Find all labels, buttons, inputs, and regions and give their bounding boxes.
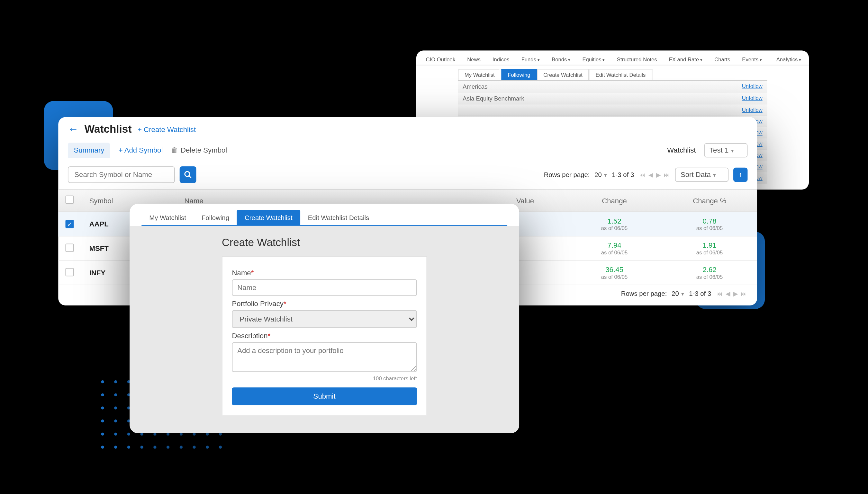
pager: ⏮ ◀ ▶ ⏭ bbox=[639, 171, 670, 178]
row-checkbox[interactable] bbox=[66, 244, 74, 252]
following-name: Americas bbox=[463, 83, 487, 90]
nav-item-events[interactable]: Events▾ bbox=[738, 54, 767, 64]
create-form-heading: Create Watchlist bbox=[130, 236, 519, 256]
delete-symbol-button[interactable]: 🗑 Delete Symbol bbox=[171, 146, 227, 154]
col-change-: Change % bbox=[662, 189, 757, 212]
unfollow-link[interactable]: Unfollow bbox=[742, 107, 762, 113]
unfollow-link[interactable]: Unfollow bbox=[742, 95, 762, 101]
change-cell: 36.45as of 06/05 bbox=[567, 261, 662, 285]
pager-next-icon[interactable]: ▶ bbox=[656, 172, 661, 178]
change-cell: 7.94as of 06/05 bbox=[567, 236, 662, 261]
row-checkbox[interactable] bbox=[66, 268, 74, 276]
following-row: AmericasUnfollow bbox=[458, 81, 767, 93]
sort-direction-button[interactable]: ↑ bbox=[733, 168, 747, 182]
changepct-cell: 0.78as of 06/05 bbox=[662, 212, 757, 236]
following-subtabs: My WatchlistFollowingCreate WatchlistEdi… bbox=[416, 65, 809, 80]
pager-prev-icon[interactable]: ◀ bbox=[648, 172, 653, 178]
changepct-cell: 2.62as of 06/05 bbox=[662, 261, 757, 285]
name-label: Name* bbox=[232, 268, 417, 277]
header-checkbox[interactable] bbox=[66, 196, 74, 204]
nav-item-cio-outlook[interactable]: CIO Outlook bbox=[421, 54, 460, 64]
back-arrow-icon[interactable]: ← bbox=[68, 123, 78, 136]
pager-last-icon[interactable]: ⏭ bbox=[664, 172, 670, 178]
trash-icon: 🗑 bbox=[171, 146, 178, 154]
create-tab-edit-watchlist-details[interactable]: Edit Watchlist Details bbox=[300, 210, 377, 225]
nav-item-equities[interactable]: Equities▾ bbox=[578, 54, 610, 64]
nav-item-fx-and-rate[interactable]: FX and Rate▾ bbox=[664, 54, 707, 64]
rows-per-page-label-bottom: Rows per page: bbox=[621, 290, 667, 297]
nav-item-analytics[interactable]: Analytics▾ bbox=[772, 54, 806, 64]
nav-item-structured-notes[interactable]: Structured Notes bbox=[612, 54, 662, 64]
changepct-cell: 1.91as of 06/05 bbox=[662, 236, 757, 261]
nav-item-bonds[interactable]: Bonds▾ bbox=[547, 54, 575, 64]
submit-button[interactable]: Submit bbox=[232, 387, 417, 405]
pager-bottom: ⏮ ◀ ▶ ⏭ bbox=[716, 290, 747, 297]
rows-per-page-select-bottom[interactable]: 20 bbox=[672, 290, 684, 297]
col-change: Change bbox=[567, 189, 662, 212]
create-watchlist-link[interactable]: + Create Watchlist bbox=[138, 125, 196, 133]
create-tab-create-watchlist[interactable]: Create Watchlist bbox=[237, 210, 300, 225]
privacy-label: Portfolio Privacy* bbox=[232, 299, 417, 308]
create-tab-following[interactable]: Following bbox=[194, 210, 237, 225]
pager-first-icon[interactable]: ⏮ bbox=[717, 291, 723, 297]
pager-first-icon[interactable]: ⏮ bbox=[639, 172, 646, 178]
watchlist-title: Watchlist bbox=[85, 123, 132, 136]
pager-next-icon[interactable]: ▶ bbox=[733, 291, 738, 297]
search-button[interactable] bbox=[180, 166, 196, 183]
create-watchlist-panel: My WatchlistFollowingCreate WatchlistEdi… bbox=[130, 204, 519, 433]
col-checkbox bbox=[58, 189, 82, 212]
subtab-following[interactable]: Following bbox=[501, 69, 537, 80]
subtab-create-watchlist[interactable]: Create Watchlist bbox=[537, 69, 589, 80]
search-input[interactable] bbox=[68, 166, 175, 183]
watchlist-selector-label: Watchlist bbox=[667, 146, 696, 154]
nav-item-advisory[interactable]: Advisory bbox=[809, 54, 809, 64]
search-icon bbox=[184, 171, 192, 179]
svg-line-1 bbox=[189, 176, 191, 178]
sort-select[interactable]: Sort Data bbox=[675, 168, 728, 182]
watchlist-selector[interactable]: Test 1 bbox=[704, 143, 747, 157]
change-cell: 1.52as of 06/05 bbox=[567, 212, 662, 236]
following-name: Asia Equity Benchmark bbox=[463, 95, 524, 101]
create-form: Name* Portfolio Privacy* Private Watchli… bbox=[222, 256, 427, 415]
create-panel-tabs: My WatchlistFollowingCreate WatchlistEdi… bbox=[130, 204, 519, 226]
create-tab-my-watchlist[interactable]: My Watchlist bbox=[142, 210, 194, 225]
chars-left: 100 characters left bbox=[232, 376, 417, 382]
rows-per-page-label: Rows per page: bbox=[544, 171, 590, 178]
add-symbol-link[interactable]: + Add Symbol bbox=[119, 146, 163, 154]
name-input[interactable] bbox=[232, 280, 417, 296]
description-label: Description* bbox=[232, 331, 417, 340]
description-textarea[interactable] bbox=[232, 342, 417, 372]
summary-tab[interactable]: Summary bbox=[68, 142, 110, 158]
svg-point-0 bbox=[185, 172, 190, 176]
top-nav: CIO OutlookNewsIndicesFunds▾Bonds▾Equiti… bbox=[416, 51, 809, 65]
page-range: 1-3 of 3 bbox=[612, 171, 634, 178]
privacy-select[interactable]: Private Watchlist bbox=[232, 310, 417, 328]
row-checkbox[interactable]: ✓ bbox=[66, 220, 74, 228]
following-row: Asia Equity BenchmarkUnfollow bbox=[458, 93, 767, 105]
nav-item-news[interactable]: News bbox=[462, 54, 485, 64]
rows-per-page-select[interactable]: 20 bbox=[594, 171, 607, 178]
unfollow-link[interactable]: Unfollow bbox=[742, 83, 762, 90]
nav-item-funds[interactable]: Funds▾ bbox=[517, 54, 545, 64]
subtab-my-watchlist[interactable]: My Watchlist bbox=[458, 69, 501, 80]
following-row: Unfollow bbox=[458, 105, 767, 116]
page-range-bottom: 1-3 of 3 bbox=[689, 290, 711, 297]
pager-prev-icon[interactable]: ◀ bbox=[726, 291, 730, 297]
subtab-edit-watchlist-details[interactable]: Edit Watchlist Details bbox=[589, 69, 652, 80]
delete-symbol-label: Delete Symbol bbox=[181, 146, 227, 154]
nav-item-charts[interactable]: Charts bbox=[709, 54, 735, 64]
pager-last-icon[interactable]: ⏭ bbox=[741, 291, 747, 297]
nav-item-indices[interactable]: Indices bbox=[488, 54, 514, 64]
